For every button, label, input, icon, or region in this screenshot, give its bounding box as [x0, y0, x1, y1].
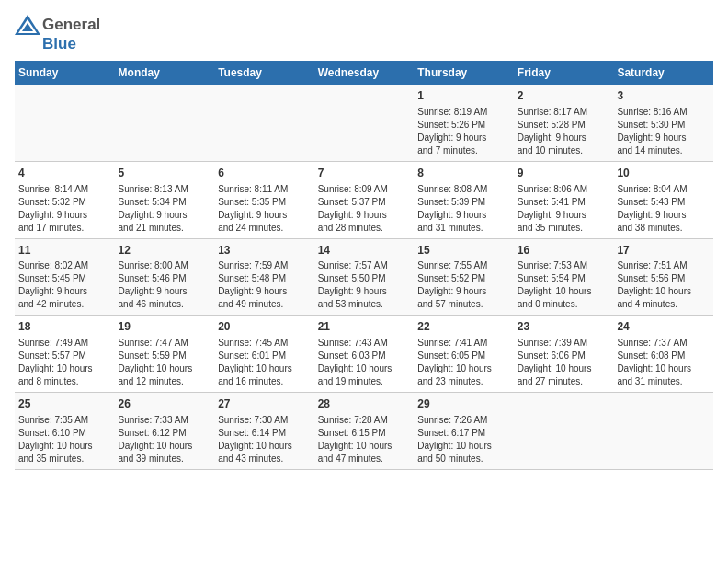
calendar-cell: 13Sunrise: 7:59 AM Sunset: 5:48 PM Dayli…: [214, 238, 314, 316]
day-number: 2: [518, 88, 610, 104]
day-number: 25: [18, 396, 111, 412]
day-info: Sunrise: 8:00 AM Sunset: 5:46 PM Dayligh…: [119, 259, 211, 311]
calendar-week-1: 1Sunrise: 8:19 AM Sunset: 5:26 PM Daylig…: [15, 85, 713, 161]
day-number: 7: [318, 166, 411, 181]
calendar-cell: 22Sunrise: 7:41 AM Sunset: 6:05 PM Dayli…: [414, 316, 514, 393]
day-info: Sunrise: 8:09 AM Sunset: 5:37 PM Dayligh…: [318, 183, 411, 235]
day-number: 4: [18, 166, 111, 181]
day-info: Sunrise: 8:08 AM Sunset: 5:39 PM Dayligh…: [417, 183, 510, 235]
weekday-header-row: SundayMondayTuesdayWednesdayThursdayFrid…: [15, 61, 713, 85]
day-number: 27: [218, 396, 311, 412]
day-number: 6: [218, 166, 311, 181]
day-info: Sunrise: 7:39 AM Sunset: 6:06 PM Dayligh…: [518, 337, 610, 388]
calendar-cell: [15, 85, 115, 161]
calendar-cell: 12Sunrise: 8:00 AM Sunset: 5:46 PM Dayli…: [115, 238, 215, 316]
calendar-cell: 25Sunrise: 7:35 AM Sunset: 6:10 PM Dayli…: [15, 393, 115, 470]
day-number: 3: [617, 88, 710, 104]
calendar-cell: 18Sunrise: 7:49 AM Sunset: 5:57 PM Dayli…: [15, 316, 115, 393]
day-number: 11: [18, 243, 111, 259]
weekday-header-thursday: Thursday: [414, 61, 514, 85]
calendar-cell: 23Sunrise: 7:39 AM Sunset: 6:06 PM Dayli…: [514, 316, 614, 393]
day-number: 19: [119, 319, 211, 335]
day-info: Sunrise: 8:13 AM Sunset: 5:34 PM Dayligh…: [119, 183, 211, 235]
day-number: 21: [318, 319, 411, 335]
calendar-cell: 9Sunrise: 8:06 AM Sunset: 5:41 PM Daylig…: [514, 161, 614, 238]
calendar-week-4: 18Sunrise: 7:49 AM Sunset: 5:57 PM Dayli…: [15, 316, 713, 393]
day-number: 20: [218, 319, 311, 335]
calendar-table: SundayMondayTuesdayWednesdayThursdayFrid…: [15, 61, 713, 470]
weekday-header-monday: Monday: [115, 61, 215, 85]
day-info: Sunrise: 7:26 AM Sunset: 6:17 PM Dayligh…: [417, 414, 510, 465]
day-number: 28: [318, 396, 411, 412]
day-info: Sunrise: 8:02 AM Sunset: 5:45 PM Dayligh…: [18, 259, 111, 311]
calendar-cell: 8Sunrise: 8:08 AM Sunset: 5:39 PM Daylig…: [414, 161, 514, 238]
day-info: Sunrise: 8:16 AM Sunset: 5:30 PM Dayligh…: [617, 106, 710, 157]
day-number: 22: [417, 319, 510, 335]
calendar-cell: 5Sunrise: 8:13 AM Sunset: 5:34 PM Daylig…: [115, 161, 215, 238]
day-info: Sunrise: 7:45 AM Sunset: 6:01 PM Dayligh…: [218, 337, 311, 388]
day-number: 15: [417, 243, 510, 259]
day-info: Sunrise: 7:57 AM Sunset: 5:50 PM Dayligh…: [318, 259, 411, 311]
day-number: 8: [417, 166, 510, 181]
calendar-week-3: 11Sunrise: 8:02 AM Sunset: 5:45 PM Dayli…: [15, 238, 713, 316]
calendar-cell: 21Sunrise: 7:43 AM Sunset: 6:03 PM Dayli…: [314, 316, 415, 393]
day-info: Sunrise: 7:55 AM Sunset: 5:52 PM Dayligh…: [417, 259, 510, 311]
weekday-header-wednesday: Wednesday: [314, 61, 415, 85]
calendar-cell: [214, 85, 314, 161]
logo: General Blue: [15, 15, 100, 53]
day-info: Sunrise: 7:51 AM Sunset: 5:56 PM Dayligh…: [617, 259, 710, 311]
calendar-cell: 27Sunrise: 7:30 AM Sunset: 6:14 PM Dayli…: [214, 393, 314, 470]
calendar-cell: [514, 393, 614, 470]
day-number: 18: [18, 319, 111, 335]
weekday-header-sunday: Sunday: [15, 61, 115, 85]
calendar-cell: 1Sunrise: 8:19 AM Sunset: 5:26 PM Daylig…: [414, 85, 514, 161]
day-info: Sunrise: 7:59 AM Sunset: 5:48 PM Dayligh…: [218, 259, 311, 311]
weekday-header-tuesday: Tuesday: [214, 61, 314, 85]
calendar-cell: 29Sunrise: 7:26 AM Sunset: 6:17 PM Dayli…: [414, 393, 514, 470]
day-number: 23: [518, 319, 610, 335]
calendar-cell: 2Sunrise: 8:17 AM Sunset: 5:28 PM Daylig…: [514, 85, 614, 161]
calendar-cell: 11Sunrise: 8:02 AM Sunset: 5:45 PM Dayli…: [15, 238, 115, 316]
day-number: 16: [518, 243, 610, 259]
day-number: 10: [617, 166, 710, 181]
day-info: Sunrise: 7:37 AM Sunset: 6:08 PM Dayligh…: [617, 337, 710, 388]
day-number: 29: [417, 396, 510, 412]
calendar-cell: 14Sunrise: 7:57 AM Sunset: 5:50 PM Dayli…: [314, 238, 415, 316]
calendar-cell: [115, 85, 215, 161]
day-info: Sunrise: 8:14 AM Sunset: 5:32 PM Dayligh…: [18, 183, 111, 235]
calendar-cell: [314, 85, 415, 161]
day-info: Sunrise: 7:28 AM Sunset: 6:15 PM Dayligh…: [318, 414, 411, 465]
weekday-header-friday: Friday: [514, 61, 614, 85]
calendar-week-5: 25Sunrise: 7:35 AM Sunset: 6:10 PM Dayli…: [15, 393, 713, 470]
day-number: 9: [518, 166, 610, 181]
day-info: Sunrise: 7:43 AM Sunset: 6:03 PM Dayligh…: [318, 337, 411, 388]
logo-blue-text: Blue: [42, 35, 76, 53]
calendar-cell: 19Sunrise: 7:47 AM Sunset: 5:59 PM Dayli…: [115, 316, 215, 393]
day-info: Sunrise: 8:17 AM Sunset: 5:28 PM Dayligh…: [518, 106, 610, 157]
day-info: Sunrise: 7:41 AM Sunset: 6:05 PM Dayligh…: [417, 337, 510, 388]
calendar-cell: 20Sunrise: 7:45 AM Sunset: 6:01 PM Dayli…: [214, 316, 314, 393]
calendar-cell: 24Sunrise: 7:37 AM Sunset: 6:08 PM Dayli…: [613, 316, 713, 393]
calendar-cell: 4Sunrise: 8:14 AM Sunset: 5:32 PM Daylig…: [15, 161, 115, 238]
day-number: 1: [417, 88, 510, 104]
calendar-cell: 6Sunrise: 8:11 AM Sunset: 5:35 PM Daylig…: [214, 161, 314, 238]
day-info: Sunrise: 7:30 AM Sunset: 6:14 PM Dayligh…: [218, 414, 311, 465]
day-info: Sunrise: 7:33 AM Sunset: 6:12 PM Dayligh…: [119, 414, 211, 465]
weekday-header-saturday: Saturday: [613, 61, 713, 85]
calendar-cell: 16Sunrise: 7:53 AM Sunset: 5:54 PM Dayli…: [514, 238, 614, 316]
calendar-cell: 28Sunrise: 7:28 AM Sunset: 6:15 PM Dayli…: [314, 393, 415, 470]
day-number: 12: [119, 243, 211, 259]
day-info: Sunrise: 8:11 AM Sunset: 5:35 PM Dayligh…: [218, 183, 311, 235]
day-info: Sunrise: 8:19 AM Sunset: 5:26 PM Dayligh…: [417, 106, 510, 157]
day-number: 5: [119, 166, 211, 181]
day-info: Sunrise: 8:06 AM Sunset: 5:41 PM Dayligh…: [518, 183, 610, 235]
day-info: Sunrise: 7:35 AM Sunset: 6:10 PM Dayligh…: [18, 414, 111, 465]
calendar-cell: 15Sunrise: 7:55 AM Sunset: 5:52 PM Dayli…: [414, 238, 514, 316]
day-info: Sunrise: 8:04 AM Sunset: 5:43 PM Dayligh…: [617, 183, 710, 235]
calendar-cell: 3Sunrise: 8:16 AM Sunset: 5:30 PM Daylig…: [613, 85, 713, 161]
calendar-cell: 26Sunrise: 7:33 AM Sunset: 6:12 PM Dayli…: [115, 393, 215, 470]
day-info: Sunrise: 7:49 AM Sunset: 5:57 PM Dayligh…: [18, 337, 111, 388]
calendar-cell: [613, 393, 713, 470]
day-info: Sunrise: 7:53 AM Sunset: 5:54 PM Dayligh…: [518, 259, 610, 311]
logo-general-text: General: [42, 16, 100, 34]
